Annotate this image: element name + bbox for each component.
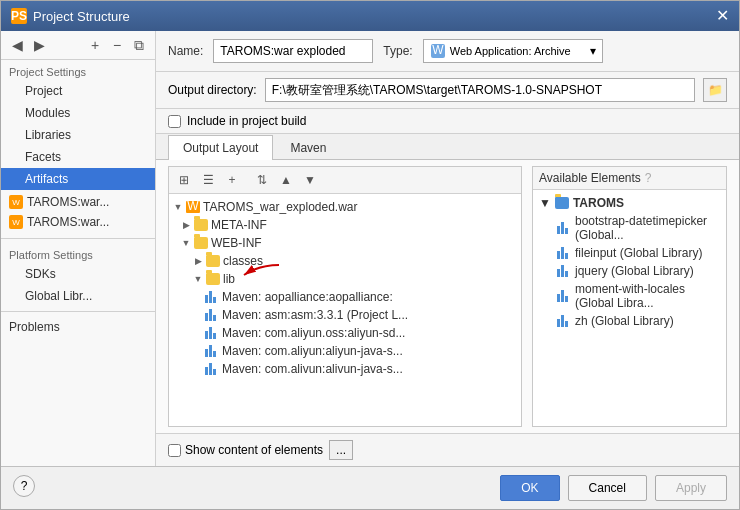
output-dir-row: Output directory: 📁 [156,72,739,109]
artifact-icon-1: W [9,195,23,209]
remove-button[interactable]: − [107,35,127,55]
name-label: Name: [168,44,203,58]
tree-item-maven2[interactable]: Maven: asm:asm:3.3.1 (Project L... [169,306,521,324]
help-button[interactable]: ? [13,475,35,497]
type-label: Type: [383,44,412,58]
tree-item-maven3[interactable]: Maven: com.aliyun.oss:aliyun-sd... [169,324,521,342]
lib-bars-1 [205,291,216,303]
content-area: ⊞ ☰ + ⇅ ▲ ▼ ▼ W [156,160,739,433]
add-button[interactable]: + [85,35,105,55]
forward-button[interactable]: ▶ [29,35,49,55]
folder-icon-lib [206,273,220,285]
avail-item-bootstrap[interactable]: bootstrap-datetimepicker (Global... [533,212,726,244]
separator-1 [1,238,155,239]
sidebar-item-artifacts[interactable]: Artifacts [1,168,155,190]
name-input[interactable] [213,39,373,63]
tab-output-layout[interactable]: Output Layout [168,135,273,160]
lib-bars-4 [205,345,216,357]
avail-lib-bars-2 [557,247,568,259]
artifact-entry-1[interactable]: W TAROMS:war... [1,192,155,212]
lib-bars-5 [205,363,216,375]
tree-down-btn[interactable]: ▼ [299,170,321,190]
tree-list-btn[interactable]: ☰ [197,170,219,190]
war-file-icon: W [186,201,200,213]
tree-label-classes: classes [223,254,263,268]
dialog-footer: ? OK Cancel Apply [1,466,739,509]
ok-button[interactable]: OK [500,475,559,501]
avail-label-bootstrap: bootstrap-datetimepicker (Global... [575,214,720,242]
copy-button[interactable]: ⧉ [129,35,149,55]
tree-toolbar: ⊞ ☰ + ⇅ ▲ ▼ [169,167,521,194]
tree-label-meta-inf: META-INF [211,218,267,232]
cancel-button[interactable]: Cancel [568,475,647,501]
avail-item-jquery[interactable]: jquery (Global Library) [533,262,726,280]
arrow-lib: ▼ [193,274,203,284]
browse-folder-button[interactable]: 📁 [703,78,727,102]
tree-item-meta-inf[interactable]: ▶ META-INF [169,216,521,234]
sidebar-item-problems[interactable]: Problems [1,316,155,338]
close-button[interactable]: ✕ [716,8,729,24]
show-content-checkbox[interactable] [168,444,181,457]
tree-label-maven5: Maven: com.alivun:alivun-java-s... [222,362,403,376]
bottom-options-row: Show content of elements ... [156,433,739,466]
tree-item-web-inf[interactable]: ▼ WEB-INF [169,234,521,252]
tab-maven[interactable]: Maven [275,135,341,160]
tree-layout-btn[interactable]: ⊞ [173,170,195,190]
tree-label-maven4: Maven: com.aliyun:aliyun-java-s... [222,344,403,358]
tree-add-btn[interactable]: + [221,170,243,190]
avail-item-moment[interactable]: moment-with-locales (Global Libra... [533,280,726,312]
tree-item-lib[interactable]: ▼ lib [169,270,521,288]
tree-item-war[interactable]: ▼ W TAROMS_war_exploded.war [169,198,521,216]
back-button[interactable]: ◀ [7,35,27,55]
sidebar-item-project[interactable]: Project [1,80,155,102]
sidebar-item-global-libs[interactable]: Global Libr... [1,285,155,307]
artifact-entries: W TAROMS:war... W TAROMS:war... [1,190,155,234]
title-bar-left: PS Project Structure [11,8,130,24]
avail-item-zh[interactable]: zh (Global Library) [533,312,726,330]
folder-icon-meta-inf [194,219,208,231]
sidebar-item-sdks[interactable]: SDKs [1,263,155,285]
tree-label-maven2: Maven: asm:asm:3.3.1 (Project L... [222,308,408,322]
show-content-check: Show content of elements [168,443,323,457]
separator-2 [1,311,155,312]
output-dir-input[interactable] [265,78,695,102]
svg-text:W: W [432,43,444,57]
avail-item-fileinput[interactable]: fileinput (Global Library) [533,244,726,262]
sidebar-item-modules[interactable]: Modules [1,102,155,124]
avail-lib-bars-4 [557,290,568,302]
project-settings-label: Project Settings [1,60,155,80]
folder-icon-classes [206,255,220,267]
arrow-web-inf: ▼ [181,238,191,248]
sidebar-item-libraries[interactable]: Libraries [1,124,155,146]
dialog-title: Project Structure [33,9,130,24]
lib-bars-3 [205,327,216,339]
artifact-icon-2: W [9,215,23,229]
avail-lib-bars-1 [557,222,568,234]
arrow-war: ▼ [173,202,183,212]
tree-label-web-inf: WEB-INF [211,236,262,250]
avail-lib-bars-3 [557,265,568,277]
apply-button[interactable]: Apply [655,475,727,501]
type-select[interactable]: W Web Application: Archive ▾ [423,39,603,63]
tree-item-maven4[interactable]: Maven: com.aliyun:aliyun-java-s... [169,342,521,360]
arrow-classes: ▶ [193,256,203,266]
avail-group-taroms[interactable]: ▼ TAROMS [533,194,726,212]
tree-item-maven1[interactable]: Maven: aopalliance:aopalliance: [169,288,521,306]
title-bar: PS Project Structure ✕ [1,1,739,31]
include-build-checkbox[interactable] [168,115,181,128]
tree-sort-btn[interactable]: ⇅ [251,170,273,190]
platform-settings-label: Platform Settings [1,243,155,263]
artifact-entry-2[interactable]: W TAROMS:war... [1,212,155,232]
dots-button[interactable]: ... [329,440,353,460]
tree-item-maven5[interactable]: Maven: com.alivun:alivun-java-s... [169,360,521,378]
output-dir-label: Output directory: [168,83,257,97]
sidebar-toolbar: ◀ ▶ + − ⧉ [1,31,155,60]
available-help-icon: ? [645,171,652,185]
tree-item-classes[interactable]: ▶ classes [169,252,521,270]
web-app-icon: W [430,43,446,59]
sidebar-item-facets[interactable]: Facets [1,146,155,168]
tree-label-maven1: Maven: aopalliance:aopalliance: [222,290,393,304]
tree-up-btn[interactable]: ▲ [275,170,297,190]
tabs-row: Output Layout Maven [156,134,739,160]
tree-label-maven3: Maven: com.aliyun.oss:aliyun-sd... [222,326,405,340]
